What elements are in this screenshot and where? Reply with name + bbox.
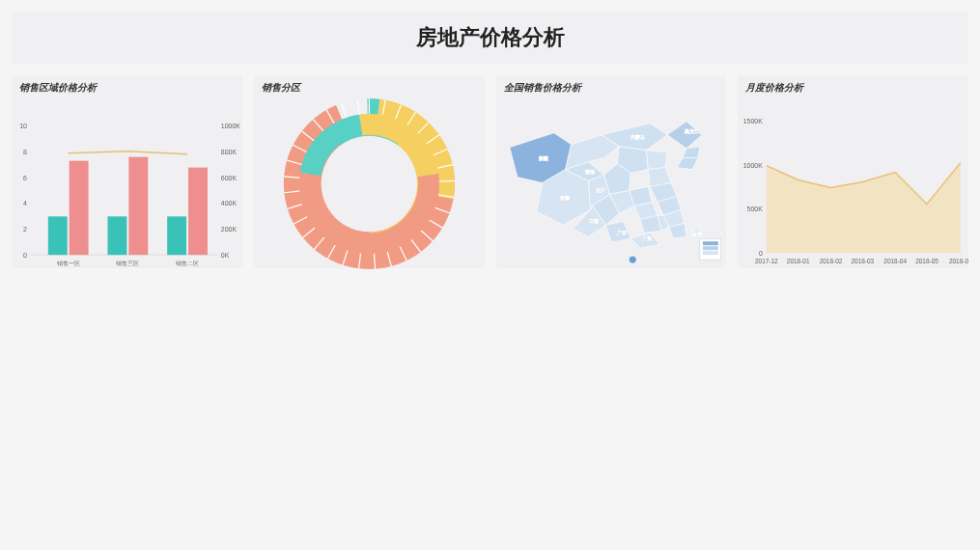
svg-text:黑龙江: 黑龙江: [684, 128, 698, 134]
svg-text:4: 4: [23, 200, 27, 206]
panel-region: 销售区域价格分析 0 2 4 6 8 10 0K 200K: [12, 75, 242, 268]
svg-text:四川: 四川: [596, 187, 605, 193]
svg-text:8: 8: [23, 149, 27, 155]
svg-text:销售二区: 销售二区: [175, 260, 199, 266]
chart-segment[interactable]: [254, 95, 485, 268]
svg-text:2018-02: 2018-02: [820, 258, 843, 264]
svg-rect-17: [167, 216, 186, 255]
svg-line-59: [341, 103, 347, 120]
svg-text:10: 10: [19, 123, 27, 129]
panel-national: 全国销售价格分析 新疆 西藏 青海 内蒙古 黑龙: [496, 75, 727, 268]
x-axis: 2017-12 2018-01 2018-02 2018-03 2018-04 …: [755, 258, 968, 264]
page-header: 房地产价格分析: [12, 12, 968, 64]
svg-text:销售一区: 销售一区: [56, 260, 80, 266]
y-left-axis: 0 2 4 6 8 10: [19, 123, 27, 259]
svg-text:0K: 0K: [221, 252, 230, 259]
svg-text:6: 6: [23, 175, 27, 181]
y-axis: 0 500K 1000K 1500K: [743, 118, 763, 257]
prov-hebei[interactable]: [646, 151, 667, 170]
svg-text:1000K: 1000K: [221, 123, 240, 129]
prov-jilin[interactable]: [682, 147, 699, 158]
svg-text:400K: 400K: [221, 200, 238, 206]
svg-text:600K: 600K: [221, 175, 238, 181]
chart-monthly[interactable]: 0 500K 1000K 1500K 2017-12 2018-01 2018-…: [738, 95, 968, 268]
svg-text:2018-05: 2018-05: [915, 258, 938, 264]
svg-rect-14: [70, 161, 89, 255]
svg-line-60: [357, 99, 359, 117]
svg-text:200K: 200K: [221, 226, 238, 233]
prov-hainan[interactable]: [629, 256, 636, 263]
svg-text:800K: 800K: [221, 149, 238, 155]
y-right-axis: 0K 200K 400K 600K 800K 1000K: [221, 123, 240, 259]
panel-monthly: 月度价格分析 0 500K 1000K 1500K 2017-12 2018-0…: [738, 75, 968, 268]
svg-point-64: [321, 136, 416, 232]
svg-rect-77: [702, 251, 717, 255]
svg-text:0: 0: [759, 250, 763, 257]
prov-liaoning[interactable]: [677, 158, 698, 170]
chart-region[interactable]: 0 2 4 6 8 10 0K 200K 400K 600K 800K: [12, 95, 242, 268]
svg-text:1000K: 1000K: [743, 162, 763, 169]
svg-text:2017-12: 2017-12: [755, 258, 778, 264]
svg-rect-18: [188, 168, 208, 256]
svg-text:2018-01: 2018-01: [787, 258, 810, 264]
svg-text:2018-04: 2018-04: [884, 258, 908, 264]
svg-line-36: [437, 180, 455, 181]
svg-text:内蒙古: 内蒙古: [630, 134, 645, 140]
page-title: 房地产价格分析: [12, 23, 968, 52]
svg-rect-16: [128, 157, 148, 255]
svg-text:新疆: 新疆: [538, 155, 547, 161]
svg-rect-76: [702, 246, 717, 250]
svg-text:销售三区: 销售三区: [115, 260, 139, 266]
svg-text:1500K: 1500K: [743, 118, 763, 124]
chart-national-map[interactable]: 新疆 西藏 青海 内蒙古 黑龙江: [496, 95, 727, 268]
svg-text:2: 2: [23, 226, 27, 233]
svg-text:2018-06: 2018-06: [949, 258, 968, 264]
panel-national-title: 全国销售价格分析: [496, 75, 727, 95]
svg-text:西藏: 西藏: [559, 195, 569, 201]
svg-text:广西: 广西: [617, 230, 627, 235]
panel-region-title: 销售区域价格分析: [12, 75, 242, 95]
panel-segment-title: 销售分区: [254, 75, 485, 95]
panel-monthly-title: 月度价格分析: [738, 75, 968, 95]
svg-text:台湾: 台湾: [691, 232, 701, 237]
svg-rect-75: [702, 241, 717, 245]
svg-text:500K: 500K: [747, 206, 764, 212]
svg-rect-15: [107, 216, 126, 255]
svg-text:0: 0: [23, 252, 27, 259]
svg-text:青海: 青海: [584, 169, 594, 175]
svg-text:2018-03: 2018-03: [852, 258, 875, 264]
svg-text:广东: 广东: [642, 235, 652, 241]
panel-segment: 销售分区: [254, 75, 485, 268]
prov-heilongjiang[interactable]: [667, 122, 702, 149]
svg-text:云南: 云南: [588, 218, 598, 224]
svg-rect-13: [48, 216, 68, 255]
